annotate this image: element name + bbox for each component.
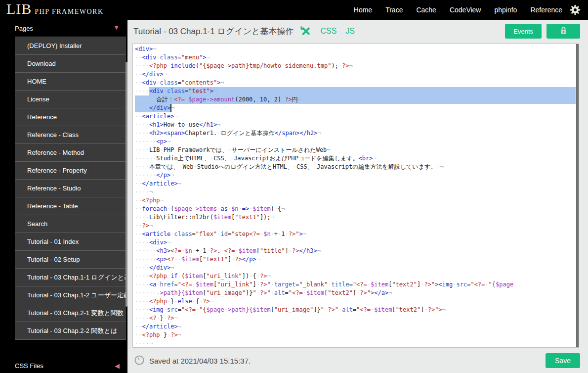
code-line: ····本章では、·Web·Studioへのログイン方法とHTML、·CSS、·…	[135, 163, 576, 171]
pages-label: Pages	[15, 25, 33, 32]
sidebar-page-item[interactable]: Reference - Studio	[15, 180, 126, 197]
editor-scrollbar[interactable]	[576, 44, 579, 347]
code-line: ··<div·class="contents">¬	[135, 79, 576, 87]
sidebar-page-item[interactable]: HOME	[15, 73, 126, 91]
sidebar-page-item[interactable]: (DEPLOY) Installer	[15, 37, 126, 55]
code-line: ······->path}{$item["uri_image"]}"·?>"·a…	[135, 289, 576, 297]
code-line: ··</article>¬	[135, 180, 576, 188]
code-line: ····</div>¬	[135, 264, 576, 272]
sidebar-page-item[interactable]: Tutorial - 03 Chap.1-1 ログインと基本操作	[15, 269, 126, 286]
sidebar-page-item[interactable]: Reference - Table	[15, 197, 126, 215]
sidebar-page-item[interactable]: Tutorial - 03 Chap.2-1 変数と関数	[15, 304, 126, 322]
nav-item-trace[interactable]: Trace	[385, 6, 403, 14]
code-line: ····<img·src="<?=·"{$page->path}{$item["…	[135, 306, 576, 314]
sidebar-page-item[interactable]: Tutorial - 02 Setup	[15, 251, 126, 269]
code-line: ····¬	[135, 339, 576, 348]
nav-item-home[interactable]: Home	[354, 6, 372, 14]
code-line: ··<?php·}·?>¬	[135, 331, 576, 339]
code-line: ··<article·class="flex"·id="step<?=·$n·+…	[135, 230, 576, 238]
code-line: ··<?php¬	[135, 196, 576, 205]
nav-item-codeview[interactable]: CodeView	[450, 6, 481, 14]
code-line: ····¬	[135, 188, 576, 196]
code-line: ··</article>¬	[135, 323, 576, 331]
sidebar-page-item[interactable]: Search	[15, 215, 126, 233]
sidebar-page-item[interactable]: Reference - Method	[15, 144, 126, 162]
nav-item-cache[interactable]: Cache	[416, 6, 436, 14]
code-line: ····<div>¬	[135, 238, 576, 247]
logo-text: LIB	[6, 0, 32, 17]
code-line: ····<h2><span>Chapter1.·ログインと基本操作</span>…	[135, 129, 576, 138]
events-button[interactable]: Events	[505, 24, 542, 39]
nav-item-reference[interactable]: Reference	[530, 6, 562, 14]
code-line: ··?>¬	[135, 222, 576, 230]
lock-icon	[560, 26, 567, 36]
sidebar-page-item[interactable]: Reference	[15, 108, 126, 126]
pages-collapse-caret-icon[interactable]: ▼	[113, 24, 120, 31]
top-bar: LIBPHP FRAMEWORK HomeTraceCacheCodeViewp…	[0, 0, 588, 20]
main-area: Tutorial - 03 Chap.1-1 ログインと基本操作 CSS JS …	[127, 20, 588, 373]
code-line: ······<h3><?=·$n·+·1·?>.·<?=·$item["titl…	[135, 247, 576, 255]
code-content: <div>¬··<div·class="menu">¬····<?php·inc…	[135, 45, 576, 348]
lock-button[interactable]	[546, 24, 580, 39]
sidebar-page-item[interactable]: Tutorial - 01 Index	[15, 233, 126, 251]
page-title: Tutorial - 03 Chap.1-1 ログインと基本操作	[133, 26, 294, 37]
code-line: ····</div>¬	[135, 104, 576, 112]
css-files-expand-caret-icon[interactable]: ◀	[115, 362, 120, 370]
top-nav: HomeTraceCacheCodeViewphpinfoReference	[354, 0, 562, 20]
page-list: (DEPLOY) InstallerDownloadHOMELicenseRef…	[15, 37, 126, 340]
gear-icon[interactable]	[570, 4, 581, 15]
logo-subtext: PHP FRAMEWORK	[35, 8, 103, 15]
code-line: ······</p>¬	[135, 171, 576, 180]
code-line: ··<article>¬	[135, 112, 576, 121]
code-line: ··<div·class="menu">¬	[135, 53, 576, 62]
tab-css[interactable]: CSS	[320, 27, 336, 36]
code-line: ······合計：<?=·$page->amount(2000,·10,·2)·…	[135, 95, 576, 104]
save-button[interactable]: Save	[546, 353, 580, 368]
code-line: ····<a·href="<?=·$item["uri_link"]·?>"·t…	[135, 280, 576, 289]
code-line: ······<p><?=·$item["text1"]·?></p>¬	[135, 255, 576, 264]
code-line: ····<?php·}·else·{·?>¬	[135, 297, 576, 306]
clock-icon	[134, 355, 144, 365]
tools-icon[interactable]	[300, 26, 311, 37]
sidebar-page-item[interactable]: Tutorial - 03 Chap.2-2 関数とは	[15, 322, 126, 340]
code-line: ··foreach·($page->items·as·$n·=>·$item)·…	[135, 205, 576, 213]
sidebar-page-item[interactable]: Download	[15, 55, 126, 73]
code-line: ····<h1>How·to·use</h1>¬	[135, 121, 576, 129]
code-line: ····Lib\Filter::nl2br($item["text1"]);¬	[135, 213, 576, 222]
code-line: ····<div·class="test">¬	[135, 87, 576, 95]
sidebar-scrollbar[interactable]	[126, 62, 127, 307]
sidebar: Pages ▼ (DEPLOY) InstallerDownloadHOMELi…	[0, 20, 127, 373]
tab-js[interactable]: JS	[345, 27, 355, 36]
sidebar-page-item[interactable]: Reference - Property	[15, 162, 126, 180]
sidebar-page-item[interactable]: Reference - Class	[15, 126, 126, 144]
saved-status-text: Saved at 2021/04/03 15:15:37.	[149, 357, 251, 365]
editor-header: Tutorial - 03 Chap.1-1 ログインと基本操作 CSS JS …	[127, 20, 588, 43]
sidebar-page-item[interactable]: License	[15, 91, 126, 108]
code-line: ····<?php·if·($item["uri_link"])·{·?>¬	[135, 272, 576, 280]
code-line: ······Studio上でHTML、·CSS、·JavascriptおよびPH…	[135, 154, 576, 163]
nav-item-phpinfo[interactable]: phpinfo	[494, 6, 517, 14]
app-logo: LIBPHP FRAMEWORK	[6, 0, 104, 17]
code-line: ····LIB·PHP·Frameworkでは、·サーバーにインストールされたW…	[135, 146, 576, 154]
code-line: <div>¬	[135, 45, 576, 53]
code-line: ····<?php·include("{$page->path}tmp/howt…	[135, 62, 576, 70]
code-line: ······<p>¬	[135, 138, 576, 146]
sidebar-page-item[interactable]: Tutorial - 03 Chap.1-2 ユーザー定義関	[15, 286, 126, 304]
code-line: ··</div>¬	[135, 70, 576, 79]
code-line: ····<?·}·?>¬	[135, 314, 576, 323]
pages-header: Pages ▼	[0, 20, 127, 37]
code-editor[interactable]: <div>¬··<div·class="menu">¬····<?php·inc…	[132, 44, 579, 348]
css-files-label: CSS Files	[15, 362, 43, 370]
